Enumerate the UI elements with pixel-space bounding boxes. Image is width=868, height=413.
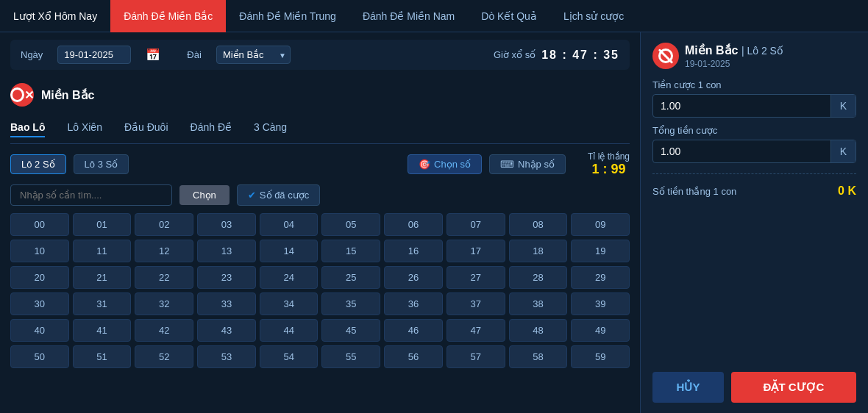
bet-type-tab-dau-duoi[interactable]: Đầu Đuôi [124,118,168,137]
bet-type-tab-lo-xien[interactable]: Lô Xiên [67,118,102,137]
chon-button[interactable]: Chọn [179,185,230,205]
number-button-57[interactable]: 57 [447,345,505,368]
number-button-03[interactable]: 03 [197,213,256,236]
number-button-32[interactable]: 32 [135,292,193,315]
nav-item-lich-su-cuoc[interactable]: Lịch sử cược [550,0,637,32]
nav-item-luot-xo[interactable]: Lượt Xổ Hôm Nay [0,0,110,32]
tong-tien-section: Tổng tiền cược K [652,125,856,163]
number-button-44[interactable]: 44 [260,319,319,342]
number-button-38[interactable]: 38 [509,292,568,315]
number-button-39[interactable]: 39 [571,292,630,315]
chon-so-label: Chọn số [434,159,471,170]
number-button-55[interactable]: 55 [321,345,380,368]
number-button-45[interactable]: 45 [321,319,380,342]
number-button-47[interactable]: 47 [447,319,505,342]
number-button-42[interactable]: 42 [135,319,193,342]
bet-type-tab-danh-de[interactable]: Đánh Đề [191,118,232,137]
huy-button[interactable]: HỦY [652,372,724,403]
number-button-12[interactable]: 12 [135,240,193,262]
number-button-41[interactable]: 41 [73,319,132,342]
nav-item-danh-de-mien-nam[interactable]: Đánh Đề Miền Nam [349,0,468,32]
nhap-so-icon: ⌨ [500,159,514,170]
number-button-02[interactable]: 02 [135,213,193,236]
dai-select[interactable]: Miền Bắc Miền Trung Miền Nam [216,46,291,64]
number-button-48[interactable]: 48 [509,319,568,342]
number-button-37[interactable]: 37 [447,292,505,315]
number-button-46[interactable]: 46 [384,319,443,342]
sub-tab-lo-2-so[interactable]: Lô 2 Số [10,154,66,174]
number-button-24[interactable]: 24 [260,266,319,289]
number-button-22[interactable]: 22 [135,266,193,289]
number-button-01[interactable]: 01 [73,213,132,236]
number-button-13[interactable]: 13 [197,240,256,262]
number-button-33[interactable]: 33 [197,292,256,315]
divider [652,173,856,174]
ti-le-value: 1 : 99 [588,162,630,177]
number-button-43[interactable]: 43 [197,319,256,342]
number-button-18[interactable]: 18 [509,240,568,262]
number-button-20[interactable]: 20 [10,266,69,289]
number-button-31[interactable]: 31 [73,292,132,315]
number-button-29[interactable]: 29 [571,266,630,289]
number-button-52[interactable]: 52 [135,345,193,368]
bet-type-tab-3-cang[interactable]: 3 Càng [254,118,287,137]
station-logo-icon [10,83,34,107]
number-button-08[interactable]: 08 [509,213,568,236]
number-button-34[interactable]: 34 [260,292,319,315]
number-button-19[interactable]: 19 [571,240,630,262]
nav-item-do-ket-qua[interactable]: Dò Kết Quả [468,0,550,32]
number-button-51[interactable]: 51 [73,345,132,368]
number-button-50[interactable]: 50 [10,345,69,368]
calendar-icon[interactable]: 📅 [146,48,160,62]
left-panel: Ngày 📅 Đài Miền Bắc Miền Trung Miền Nam … [0,32,640,413]
number-button-54[interactable]: 54 [260,345,319,368]
number-button-35[interactable]: 35 [321,292,380,315]
nav-item-danh-de-mien-bac[interactable]: Đánh Đề Miền Bắc [110,0,226,32]
number-button-56[interactable]: 56 [384,345,443,368]
tong-tien-input-row: K [652,140,856,163]
number-button-59[interactable]: 59 [571,345,630,368]
number-button-27[interactable]: 27 [447,266,505,289]
nav-item-danh-de-mien-trung[interactable]: Đánh Đề Miền Trung [226,0,349,32]
number-button-25[interactable]: 25 [321,266,380,289]
content-area: Ngày 📅 Đài Miền Bắc Miền Trung Miền Nam … [0,32,868,413]
number-button-26[interactable]: 26 [384,266,443,289]
number-button-11[interactable]: 11 [73,240,132,262]
dat-cuoc-button[interactable]: ĐẶT CƯỢC [731,372,856,403]
right-logo-inner [658,49,673,63]
number-button-09[interactable]: 09 [571,213,630,236]
number-button-58[interactable]: 58 [509,345,568,368]
so-da-cuoc-button[interactable]: ✔ Số đã cược [237,184,320,206]
number-button-53[interactable]: 53 [197,345,256,368]
date-input[interactable] [57,46,131,64]
check-icon: ✔ [248,190,256,201]
sub-tab-lo-3-so[interactable]: Lô 3 Số [74,154,129,174]
number-button-05[interactable]: 05 [321,213,380,236]
number-button-40[interactable]: 40 [10,319,69,342]
number-button-36[interactable]: 36 [384,292,443,315]
number-button-30[interactable]: 30 [10,292,69,315]
number-button-21[interactable]: 21 [73,266,132,289]
number-button-17[interactable]: 17 [447,240,505,262]
number-button-49[interactable]: 49 [571,319,630,342]
search-input[interactable] [10,184,172,206]
number-button-06[interactable]: 06 [384,213,443,236]
station-name: Miền Bắc [41,88,94,102]
number-button-23[interactable]: 23 [197,266,256,289]
number-button-15[interactable]: 15 [321,240,380,262]
number-button-04[interactable]: 04 [260,213,319,236]
nhap-so-button[interactable]: ⌨ Nhập số [489,154,566,174]
tong-tien-input[interactable] [653,140,830,162]
chon-so-button[interactable]: 🎯 Chọn số [408,154,482,174]
number-button-14[interactable]: 14 [260,240,319,262]
tien-cuoc-input[interactable] [653,95,830,117]
number-button-10[interactable]: 10 [10,240,69,262]
number-button-00[interactable]: 00 [10,213,69,236]
search-row: Chọn ✔ Số đã cược [10,184,630,206]
number-button-07[interactable]: 07 [447,213,505,236]
number-button-16[interactable]: 16 [384,240,443,262]
number-button-28[interactable]: 28 [509,266,568,289]
action-buttons: HỦY ĐẶT CƯỢC [652,372,856,403]
dai-label: Đài [187,49,202,60]
bet-type-tab-bao-lo[interactable]: Bao Lô [10,118,45,137]
